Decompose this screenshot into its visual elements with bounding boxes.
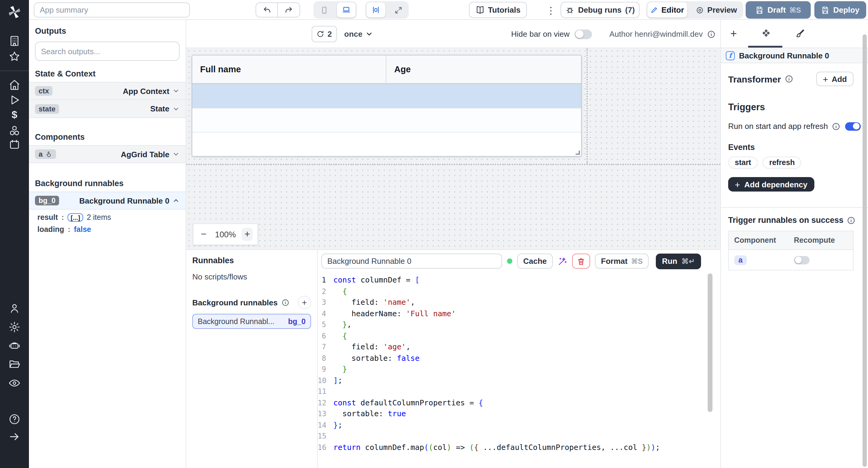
debug-runs-button[interactable]: Debug runs (7) [561,2,640,18]
right-panel-scrollbar[interactable] [863,34,867,467]
app-canvas[interactable]: Full name Age − 100% + [186,48,720,250]
mobile-view-button[interactable] [315,2,333,18]
desktop-view-button[interactable] [337,2,355,18]
info-icon[interactable] [707,30,715,38]
pen-icon [650,6,658,14]
zoom-level: 100% [215,230,236,239]
settings-tab[interactable] [760,28,772,40]
runs-icon[interactable] [8,94,21,106]
component-a-row[interactable]: a AgGrid Table [29,145,186,163]
canvas-zoom-control: − 100% + [193,224,258,245]
result-expand-badge[interactable]: [...] [67,213,83,222]
bg0-row[interactable]: bg_0 Background Runnable 0 [29,192,186,210]
code-editor[interactable]: 1const columnDef = [2 {3 field: 'name',4… [318,272,720,468]
add-background-runnable-button[interactable]: + [298,296,311,309]
schedules-icon[interactable] [8,138,21,151]
state-badge: state [35,104,59,113]
more-menu-button[interactable]: ⋮ [544,4,558,18]
users-icon[interactable] [8,302,21,314]
code-editor-toolbar: Cache Format ⌘S Run ⌘↵ [318,250,720,272]
workspace-icon[interactable] [8,35,21,47]
triggers-title: Triggers [728,102,861,113]
help-icon[interactable] [8,413,21,425]
info-icon[interactable] [784,75,793,83]
nav-rail: $ [0,0,29,468]
component-a-label: AgGrid Table [121,150,169,159]
draft-label: Draft [768,5,786,14]
ai-assistant-button[interactable] [558,256,567,266]
aggrid-table-component[interactable]: Full name Age [192,55,582,157]
chevron-down-icon[interactable] [173,87,180,95]
info-icon[interactable] [847,216,856,224]
ctx-row[interactable]: ctx App Context [29,82,186,100]
resize-handle[interactable] [576,151,580,155]
undo-button[interactable] [255,2,278,18]
table-row[interactable] [192,108,581,133]
refresh-mode-dropdown[interactable]: once [344,26,373,42]
preview-label: Preview [707,5,737,14]
add-transformer-button[interactable]: + Add [816,72,854,86]
styling-tab[interactable] [794,28,806,40]
table-column-header[interactable]: Full name [192,56,386,83]
search-outputs-input[interactable] [35,41,180,61]
recompute-toggle[interactable] [794,256,809,264]
redo-button[interactable] [278,2,300,18]
insert-component-tab[interactable]: + [727,28,740,40]
outputs-title: Outputs [29,20,186,36]
grid-guide-vertical [587,48,588,164]
ctx-badge: ctx [35,86,53,96]
colon: : [61,213,64,222]
table-row-selected[interactable] [192,84,581,108]
info-icon[interactable] [832,122,840,130]
variables-icon[interactable]: $ [8,109,21,121]
zoom-out-button[interactable]: − [198,228,209,241]
add-dependency-button[interactable]: + Add dependency [728,177,814,192]
format-button[interactable]: Format ⌘S [595,254,649,269]
chevron-down-icon[interactable] [173,151,180,158]
windmill-logo[interactable] [7,5,22,19]
component-a-badge: a [734,255,747,265]
redo-icon [284,6,293,14]
trash-icon [577,257,585,265]
zoom-in-button[interactable]: + [242,228,253,241]
resources-icon[interactable] [8,125,21,137]
favorites-icon[interactable] [8,51,21,63]
settings-icon[interactable] [8,321,21,333]
colon: : [68,225,70,234]
background-runnable-item[interactable]: Background Runnabl... bg_0 [192,314,311,329]
folders-icon[interactable] [8,358,21,370]
delete-runnable-button[interactable] [572,254,590,269]
component-a-badge: a [38,150,42,158]
run-button[interactable]: Run ⌘↵ [656,253,701,269]
runnable-name-input[interactable] [321,254,502,269]
editor-preview-toggle: Editor Preview [646,1,743,19]
chevron-up-icon[interactable] [173,197,180,204]
run-shortcut: ⌘↵ [681,257,695,265]
info-icon[interactable] [281,298,289,306]
tutorials-button[interactable]: Tutorials [469,2,527,18]
selected-runnable-title: Background Runnable 0 [739,51,829,60]
draft-button[interactable]: Draft ⌘S [746,1,811,19]
home-icon[interactable] [8,79,21,91]
code-line: 14}; [318,420,720,431]
preview-tab[interactable]: Preview [691,2,742,18]
debug-runs-label: Debug runs [578,5,621,14]
app-summary-input[interactable] [34,2,190,18]
editor-tab[interactable]: Editor [647,2,687,18]
deploy-button[interactable]: Deploy [814,1,866,19]
workers-icon[interactable] [8,340,21,352]
state-row[interactable]: state State [29,100,186,118]
fullwidth-layout-button[interactable] [389,2,407,18]
chevron-down-icon[interactable] [173,105,180,112]
cache-button[interactable]: Cache [517,254,553,269]
run-on-start-toggle[interactable] [845,122,861,130]
hide-bar-toggle[interactable] [575,29,592,39]
code-line: 15 [318,431,720,442]
code-scrollbar[interactable] [708,273,712,412]
refresh-count-button[interactable]: 2 [312,26,337,42]
table-column-header[interactable]: Age [386,56,411,83]
loading-key: loading [37,225,64,234]
centered-layout-button[interactable] [367,2,385,18]
expand-rail-icon[interactable] [8,431,21,443]
audit-logs-icon[interactable] [8,377,21,389]
